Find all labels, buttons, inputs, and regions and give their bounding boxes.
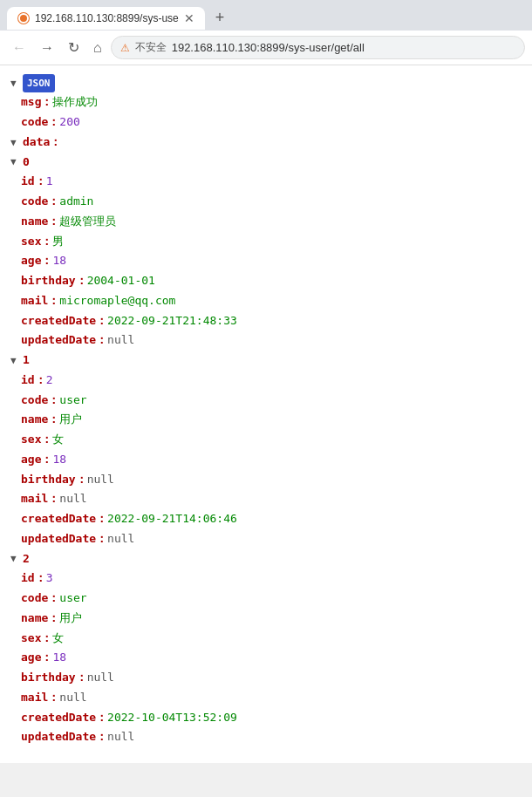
data-row: ▼ data： [10, 133, 522, 153]
json-badge: JSON [23, 74, 55, 92]
item-1-age: age： 18 [10, 450, 522, 470]
item-0-birthday: birthday： 2004-01-01 [10, 271, 522, 291]
item-0-code-value: admin [59, 192, 93, 212]
item-2-updatedDate: updatedDate： null [10, 727, 522, 747]
item-0-sex-key: sex： [21, 232, 52, 252]
msg-row: msg： 操作成功 [10, 92, 522, 112]
item-2-name: name： 用户 [10, 609, 522, 629]
data-key: data： [23, 133, 61, 153]
back-button[interactable]: ← [7, 37, 31, 59]
item-2-id-key: id： [21, 569, 46, 589]
address-bar[interactable]: ⚠ 不安全 192.168.110.130:8899/sys-user/get/… [111, 36, 525, 59]
item-2-birthday-key: birthday： [21, 668, 87, 688]
item-1-createdDate: createdDate： 2022-09-21T14:06:46 [10, 509, 522, 529]
msg-value: 操作成功 [52, 92, 98, 112]
item-0-age-key: age： [21, 251, 52, 271]
collapse-item-0[interactable]: ▼ [10, 153, 21, 170]
item-0-id: id： 1 [10, 172, 522, 192]
item-1-code: code： user [10, 391, 522, 411]
item-2-birthday: birthday： null [10, 668, 522, 688]
item-2-id: id： 3 [10, 569, 522, 589]
item-1-id: id： 2 [10, 371, 522, 391]
item-2-createdDate: createdDate： 2022-10-04T13:52:09 [10, 708, 522, 728]
collapse-data[interactable]: ▼ [10, 134, 21, 151]
item-0-age-value: 18 [52, 251, 66, 271]
item-2-updatedDate-key: updatedDate： [21, 727, 107, 747]
item-2-updatedDate-value: null [107, 727, 134, 747]
item-1-mail: mail： null [10, 489, 522, 509]
browser-window: 192.168.110.130:8899/sys-use ✕ + ← → ↻ ⌂… [0, 0, 532, 763]
tab-title: 192.168.110.130:8899/sys-use [35, 12, 179, 24]
item-0-id-value: 1 [46, 172, 53, 192]
item-2-mail: mail： null [10, 688, 522, 708]
item-0-name: name： 超级管理员 [10, 212, 522, 232]
item-0-updatedDate-key: updatedDate： [21, 330, 107, 351]
warning-icon: ⚠ [120, 42, 130, 54]
nav-bar: ← → ↻ ⌂ ⚠ 不安全 192.168.110.130:8899/sys-u… [0, 31, 532, 65]
item-1-sex: sex： 女 [10, 430, 522, 450]
item-1-updatedDate-key: updatedDate： [21, 529, 107, 549]
item-2-sex: sex： 女 [10, 629, 522, 649]
item-2-createdDate-key: createdDate： [21, 708, 107, 728]
forward-button[interactable]: → [35, 37, 59, 59]
collapse-item-2[interactable]: ▼ [10, 550, 21, 567]
item-1-id-value: 2 [46, 371, 53, 391]
item-1-name-value: 用户 [59, 410, 82, 430]
item-1-mail-key: mail： [21, 489, 59, 509]
not-secure-label: 不安全 [135, 40, 167, 55]
item-0-createdDate-key: createdDate： [21, 311, 107, 331]
item-0-mail: mail： micromaple@qq.com [10, 291, 522, 311]
item-0-createdDate-value: 2022-09-21T21:48:33 [107, 311, 237, 331]
item-1-sex-value: 女 [52, 430, 64, 450]
home-button[interactable]: ⌂ [88, 37, 107, 59]
item-1-birthday-value: null [87, 470, 114, 490]
item-0-row: ▼ 0 [10, 153, 522, 173]
reload-button[interactable]: ↻ [63, 36, 85, 59]
active-tab[interactable]: 192.168.110.130:8899/sys-use ✕ [7, 7, 205, 30]
msg-key: msg： [21, 92, 52, 112]
item-2-name-key: name： [21, 609, 59, 629]
item-1-updatedDate-value: null [107, 529, 134, 549]
item-1-createdDate-value: 2022-09-21T14:06:46 [107, 509, 237, 529]
item-0-age: age： 18 [10, 251, 522, 271]
collapse-root[interactable]: ▼ [10, 75, 21, 92]
item-2-id-value: 3 [46, 569, 53, 589]
item-2-createdDate-value: 2022-10-04T13:52:09 [107, 708, 237, 728]
item-0-code: code： admin [10, 192, 522, 212]
code-value: 200 [59, 112, 79, 133]
code-row: code： 200 [10, 112, 522, 133]
item-1-updatedDate: updatedDate： null [10, 529, 522, 549]
item-2-sex-key: sex： [21, 629, 52, 649]
item-2-name-value: 用户 [59, 609, 82, 629]
item-1-code-key: code： [21, 391, 59, 411]
item-2-index: 2 [23, 549, 30, 569]
item-2-code-value: user [59, 589, 86, 609]
new-tab-button[interactable]: + [208, 5, 232, 31]
item-0-name-key: name： [21, 212, 59, 232]
item-2-sex-value: 女 [52, 629, 64, 649]
tab-close-button[interactable]: ✕ [184, 12, 194, 24]
item-0-mail-value: micromaple@qq.com [59, 291, 175, 311]
item-0-updatedDate: updatedDate： null [10, 330, 522, 351]
item-0-sex: sex： 男 [10, 232, 522, 252]
item-0-id-key: id： [21, 172, 46, 192]
item-0-birthday-key: birthday： [21, 271, 87, 291]
json-viewer: ▼ JSON msg： 操作成功 code： 200 ▼ data： ▼ 0 i… [0, 65, 532, 763]
collapse-item-1[interactable]: ▼ [10, 352, 21, 369]
item-2-age: age： 18 [10, 648, 522, 668]
item-1-name-key: name： [21, 410, 59, 430]
item-2-code-key: code： [21, 589, 59, 609]
item-0-index: 0 [23, 153, 30, 173]
item-0-sex-value: 男 [52, 232, 64, 252]
item-1-code-value: user [59, 391, 86, 411]
item-2-age-key: age： [21, 648, 52, 668]
item-2-mail-value: null [59, 688, 86, 708]
item-1-mail-value: null [59, 489, 86, 509]
url-text: 192.168.110.130:8899/sys-user/get/all [172, 41, 365, 54]
tab-favicon [17, 12, 30, 24]
item-1-index: 1 [23, 351, 30, 371]
item-1-id-key: id： [21, 371, 46, 391]
item-1-birthday-key: birthday： [21, 470, 87, 490]
item-2-mail-key: mail： [21, 688, 59, 708]
item-2-age-value: 18 [52, 648, 66, 668]
